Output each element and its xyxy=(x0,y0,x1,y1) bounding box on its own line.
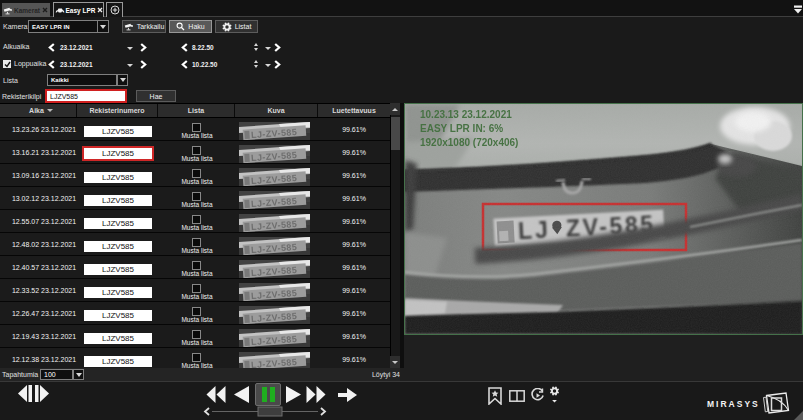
svg-text:10.23.13 23.12.2021: 10.23.13 23.12.2021 xyxy=(420,109,512,120)
svg-text:EASY LPR IN: 6%: EASY LPR IN: 6% xyxy=(420,123,503,134)
svg-text:1920x1080 (720x406): 1920x1080 (720x406) xyxy=(420,137,518,148)
